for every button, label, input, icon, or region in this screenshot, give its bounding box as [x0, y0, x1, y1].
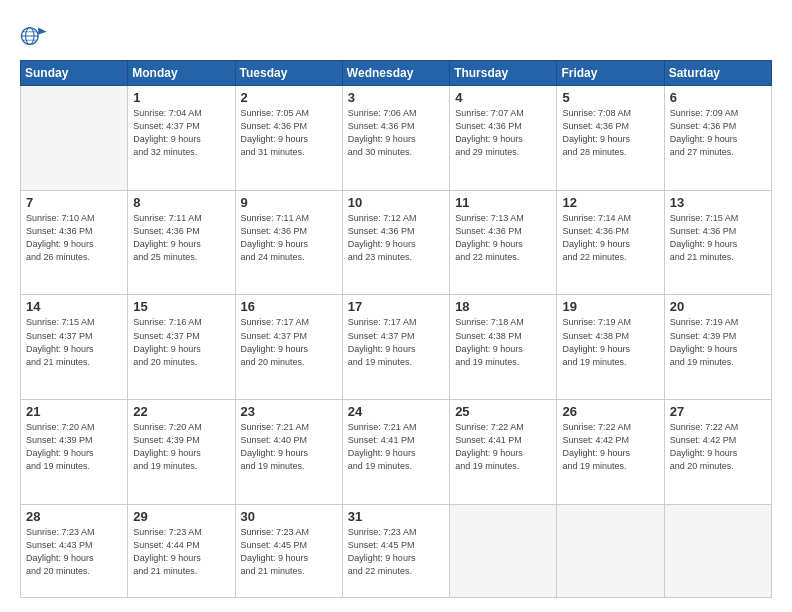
day-header-thursday: Thursday	[450, 61, 557, 86]
day-info: Sunrise: 7:17 AMSunset: 4:37 PMDaylight:…	[241, 316, 337, 368]
calendar-cell: 9Sunrise: 7:11 AMSunset: 4:36 PMDaylight…	[235, 190, 342, 295]
day-info: Sunrise: 7:23 AMSunset: 4:45 PMDaylight:…	[241, 526, 337, 578]
day-number: 29	[133, 509, 229, 524]
day-number: 26	[562, 404, 658, 419]
day-info: Sunrise: 7:21 AMSunset: 4:41 PMDaylight:…	[348, 421, 444, 473]
day-header-saturday: Saturday	[664, 61, 771, 86]
calendar-cell: 14Sunrise: 7:15 AMSunset: 4:37 PMDayligh…	[21, 295, 128, 400]
day-info: Sunrise: 7:05 AMSunset: 4:36 PMDaylight:…	[241, 107, 337, 159]
day-number: 22	[133, 404, 229, 419]
calendar-cell: 17Sunrise: 7:17 AMSunset: 4:37 PMDayligh…	[342, 295, 449, 400]
day-number: 25	[455, 404, 551, 419]
page: SundayMondayTuesdayWednesdayThursdayFrid…	[0, 0, 792, 612]
calendar-cell: 20Sunrise: 7:19 AMSunset: 4:39 PMDayligh…	[664, 295, 771, 400]
calendar-cell: 4Sunrise: 7:07 AMSunset: 4:36 PMDaylight…	[450, 86, 557, 191]
day-number: 8	[133, 195, 229, 210]
day-info: Sunrise: 7:23 AMSunset: 4:44 PMDaylight:…	[133, 526, 229, 578]
day-number: 16	[241, 299, 337, 314]
day-number: 13	[670, 195, 766, 210]
day-header-friday: Friday	[557, 61, 664, 86]
calendar-week-row: 28Sunrise: 7:23 AMSunset: 4:43 PMDayligh…	[21, 504, 772, 597]
calendar-cell: 29Sunrise: 7:23 AMSunset: 4:44 PMDayligh…	[128, 504, 235, 597]
day-info: Sunrise: 7:07 AMSunset: 4:36 PMDaylight:…	[455, 107, 551, 159]
day-header-tuesday: Tuesday	[235, 61, 342, 86]
calendar-cell	[664, 504, 771, 597]
day-header-sunday: Sunday	[21, 61, 128, 86]
day-number: 10	[348, 195, 444, 210]
calendar-cell: 22Sunrise: 7:20 AMSunset: 4:39 PMDayligh…	[128, 400, 235, 505]
day-info: Sunrise: 7:04 AMSunset: 4:37 PMDaylight:…	[133, 107, 229, 159]
calendar-week-row: 14Sunrise: 7:15 AMSunset: 4:37 PMDayligh…	[21, 295, 772, 400]
day-info: Sunrise: 7:19 AMSunset: 4:38 PMDaylight:…	[562, 316, 658, 368]
calendar-cell: 11Sunrise: 7:13 AMSunset: 4:36 PMDayligh…	[450, 190, 557, 295]
day-number: 19	[562, 299, 658, 314]
calendar-week-row: 21Sunrise: 7:20 AMSunset: 4:39 PMDayligh…	[21, 400, 772, 505]
day-info: Sunrise: 7:13 AMSunset: 4:36 PMDaylight:…	[455, 212, 551, 264]
calendar-cell: 18Sunrise: 7:18 AMSunset: 4:38 PMDayligh…	[450, 295, 557, 400]
calendar-week-row: 1Sunrise: 7:04 AMSunset: 4:37 PMDaylight…	[21, 86, 772, 191]
calendar-cell: 6Sunrise: 7:09 AMSunset: 4:36 PMDaylight…	[664, 86, 771, 191]
calendar-cell: 12Sunrise: 7:14 AMSunset: 4:36 PMDayligh…	[557, 190, 664, 295]
day-number: 11	[455, 195, 551, 210]
logo	[20, 22, 52, 50]
day-number: 4	[455, 90, 551, 105]
calendar-cell	[21, 86, 128, 191]
calendar-cell: 21Sunrise: 7:20 AMSunset: 4:39 PMDayligh…	[21, 400, 128, 505]
day-info: Sunrise: 7:23 AMSunset: 4:45 PMDaylight:…	[348, 526, 444, 578]
day-info: Sunrise: 7:21 AMSunset: 4:40 PMDaylight:…	[241, 421, 337, 473]
day-info: Sunrise: 7:14 AMSunset: 4:36 PMDaylight:…	[562, 212, 658, 264]
day-info: Sunrise: 7:15 AMSunset: 4:36 PMDaylight:…	[670, 212, 766, 264]
calendar-cell: 3Sunrise: 7:06 AMSunset: 4:36 PMDaylight…	[342, 86, 449, 191]
calendar-cell: 30Sunrise: 7:23 AMSunset: 4:45 PMDayligh…	[235, 504, 342, 597]
day-info: Sunrise: 7:22 AMSunset: 4:42 PMDaylight:…	[670, 421, 766, 473]
day-number: 6	[670, 90, 766, 105]
day-info: Sunrise: 7:11 AMSunset: 4:36 PMDaylight:…	[133, 212, 229, 264]
day-number: 5	[562, 90, 658, 105]
calendar-cell: 25Sunrise: 7:22 AMSunset: 4:41 PMDayligh…	[450, 400, 557, 505]
calendar-cell: 31Sunrise: 7:23 AMSunset: 4:45 PMDayligh…	[342, 504, 449, 597]
day-number: 7	[26, 195, 122, 210]
calendar-cell: 28Sunrise: 7:23 AMSunset: 4:43 PMDayligh…	[21, 504, 128, 597]
calendar-cell: 15Sunrise: 7:16 AMSunset: 4:37 PMDayligh…	[128, 295, 235, 400]
calendar-week-row: 7Sunrise: 7:10 AMSunset: 4:36 PMDaylight…	[21, 190, 772, 295]
logo-icon	[20, 22, 48, 50]
day-number: 18	[455, 299, 551, 314]
calendar-cell: 26Sunrise: 7:22 AMSunset: 4:42 PMDayligh…	[557, 400, 664, 505]
calendar-cell: 1Sunrise: 7:04 AMSunset: 4:37 PMDaylight…	[128, 86, 235, 191]
day-info: Sunrise: 7:11 AMSunset: 4:36 PMDaylight:…	[241, 212, 337, 264]
calendar-cell: 7Sunrise: 7:10 AMSunset: 4:36 PMDaylight…	[21, 190, 128, 295]
day-number: 20	[670, 299, 766, 314]
day-info: Sunrise: 7:15 AMSunset: 4:37 PMDaylight:…	[26, 316, 122, 368]
day-info: Sunrise: 7:22 AMSunset: 4:42 PMDaylight:…	[562, 421, 658, 473]
calendar-cell: 23Sunrise: 7:21 AMSunset: 4:40 PMDayligh…	[235, 400, 342, 505]
calendar-cell: 5Sunrise: 7:08 AMSunset: 4:36 PMDaylight…	[557, 86, 664, 191]
day-info: Sunrise: 7:18 AMSunset: 4:38 PMDaylight:…	[455, 316, 551, 368]
day-number: 23	[241, 404, 337, 419]
calendar-cell: 13Sunrise: 7:15 AMSunset: 4:36 PMDayligh…	[664, 190, 771, 295]
day-info: Sunrise: 7:09 AMSunset: 4:36 PMDaylight:…	[670, 107, 766, 159]
day-info: Sunrise: 7:10 AMSunset: 4:36 PMDaylight:…	[26, 212, 122, 264]
day-info: Sunrise: 7:19 AMSunset: 4:39 PMDaylight:…	[670, 316, 766, 368]
day-info: Sunrise: 7:06 AMSunset: 4:36 PMDaylight:…	[348, 107, 444, 159]
day-number: 15	[133, 299, 229, 314]
calendar-cell: 24Sunrise: 7:21 AMSunset: 4:41 PMDayligh…	[342, 400, 449, 505]
day-number: 12	[562, 195, 658, 210]
header	[20, 18, 772, 50]
day-info: Sunrise: 7:12 AMSunset: 4:36 PMDaylight:…	[348, 212, 444, 264]
day-info: Sunrise: 7:22 AMSunset: 4:41 PMDaylight:…	[455, 421, 551, 473]
calendar-cell: 8Sunrise: 7:11 AMSunset: 4:36 PMDaylight…	[128, 190, 235, 295]
day-number: 31	[348, 509, 444, 524]
day-number: 24	[348, 404, 444, 419]
day-number: 30	[241, 509, 337, 524]
day-number: 27	[670, 404, 766, 419]
day-number: 14	[26, 299, 122, 314]
day-info: Sunrise: 7:08 AMSunset: 4:36 PMDaylight:…	[562, 107, 658, 159]
calendar-cell: 27Sunrise: 7:22 AMSunset: 4:42 PMDayligh…	[664, 400, 771, 505]
day-number: 3	[348, 90, 444, 105]
calendar-cell: 10Sunrise: 7:12 AMSunset: 4:36 PMDayligh…	[342, 190, 449, 295]
day-info: Sunrise: 7:16 AMSunset: 4:37 PMDaylight:…	[133, 316, 229, 368]
calendar-cell: 19Sunrise: 7:19 AMSunset: 4:38 PMDayligh…	[557, 295, 664, 400]
calendar-cell: 2Sunrise: 7:05 AMSunset: 4:36 PMDaylight…	[235, 86, 342, 191]
day-info: Sunrise: 7:17 AMSunset: 4:37 PMDaylight:…	[348, 316, 444, 368]
day-number: 2	[241, 90, 337, 105]
